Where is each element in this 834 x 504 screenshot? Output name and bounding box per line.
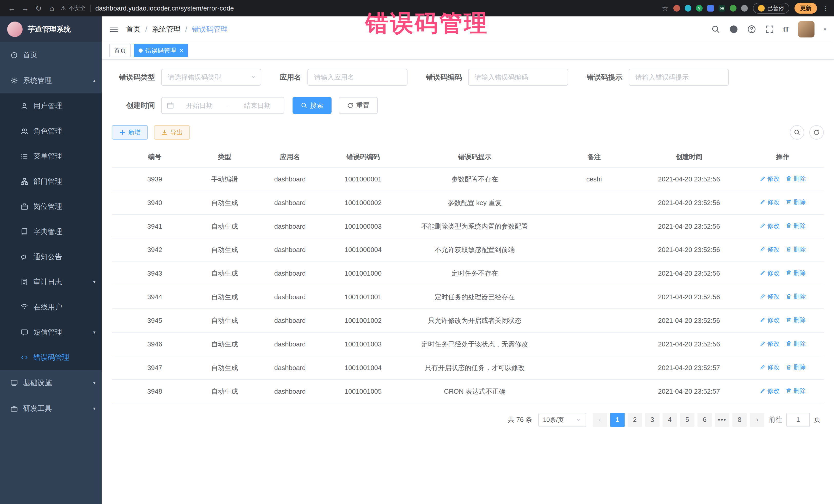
- page-button-2[interactable]: 2: [628, 413, 642, 427]
- hamburger-icon[interactable]: [109, 25, 118, 34]
- fullscreen-icon[interactable]: [765, 25, 774, 34]
- help-icon[interactable]: [747, 25, 756, 34]
- delete-button[interactable]: 删除: [786, 221, 806, 231]
- paused-badge[interactable]: 已暂停: [753, 3, 789, 14]
- vue-devtools-extension-icon[interactable]: V: [696, 5, 703, 12]
- date-separator: -: [225, 102, 232, 110]
- reset-button[interactable]: 重置: [339, 97, 378, 114]
- error-msg-field[interactable]: [629, 69, 729, 86]
- screen: ← → ↻ ⌂ ⚠ 不安全 dashboard.yudao.iocoder.cn…: [0, 0, 834, 504]
- sidebar-item-menu[interactable]: 菜单管理: [0, 144, 102, 169]
- next-page-button[interactable]: ›: [750, 413, 764, 427]
- delete-button[interactable]: 删除: [786, 339, 806, 348]
- sidebar-item-infra[interactable]: 基础设施▾: [0, 370, 102, 396]
- edit-button[interactable]: 修改: [760, 339, 780, 348]
- delete-button[interactable]: 删除: [786, 174, 806, 183]
- edit-button[interactable]: 修改: [760, 386, 780, 395]
- delete-button[interactable]: 删除: [786, 315, 806, 325]
- edit-button[interactable]: 修改: [760, 221, 780, 231]
- breadcrumb-current: 错误码管理: [192, 24, 228, 34]
- close-icon[interactable]: ×: [180, 47, 183, 54]
- error-type-select[interactable]: [161, 69, 261, 86]
- drop-extension-icon[interactable]: [685, 5, 691, 12]
- edit-button[interactable]: 修改: [760, 174, 780, 183]
- url-text[interactable]: dashboard.yudao.iocoder.cn/system/error-…: [95, 5, 234, 12]
- page-button-3[interactable]: 3: [645, 413, 659, 427]
- search-icon[interactable]: [711, 25, 720, 34]
- export-button[interactable]: 导出: [154, 125, 190, 139]
- edit-button[interactable]: 修改: [760, 363, 780, 372]
- edit-button[interactable]: 修改: [760, 245, 780, 254]
- grid-extension-icon[interactable]: [707, 5, 714, 12]
- sidebar-item-user[interactable]: 用户管理: [0, 93, 102, 118]
- browser-menu-icon[interactable]: ⋮: [822, 4, 829, 12]
- edit-button[interactable]: 修改: [760, 197, 780, 207]
- error-type-select-input[interactable]: [161, 69, 261, 86]
- errcode-icon: [21, 354, 28, 361]
- toggle-search-button[interactable]: [790, 125, 804, 139]
- forward-icon[interactable]: →: [19, 4, 32, 13]
- user-avatar[interactable]: [798, 21, 814, 38]
- caret-down-icon[interactable]: ▾: [824, 26, 826, 32]
- page-button-8[interactable]: 8: [732, 413, 747, 427]
- delete-button[interactable]: 删除: [786, 245, 806, 254]
- back-icon[interactable]: ←: [5, 4, 19, 13]
- breadcrumb-system[interactable]: 系统管理: [152, 24, 181, 34]
- search-button[interactable]: 搜索: [292, 97, 332, 114]
- error-code-field[interactable]: [468, 69, 568, 86]
- error-code-input[interactable]: [468, 69, 568, 86]
- sidebar-item-home[interactable]: 首页: [0, 42, 102, 68]
- delete-button[interactable]: 删除: [786, 363, 806, 372]
- sidebar-item-notice[interactable]: 通知公告: [0, 244, 102, 269]
- date-range-picker[interactable]: 开始日期 - 结束日期: [161, 97, 284, 114]
- leaf-extension-icon[interactable]: [730, 5, 737, 12]
- sidebar-item-devtools[interactable]: 研发工具▾: [0, 396, 102, 421]
- edit-button[interactable]: 修改: [760, 315, 780, 325]
- prev-page-button[interactable]: ‹: [593, 413, 607, 427]
- adblock-extension-icon[interactable]: [673, 5, 680, 12]
- font-size-icon[interactable]: tT: [783, 25, 789, 34]
- add-button[interactable]: 新增: [112, 125, 148, 139]
- on-extension-icon[interactable]: on: [719, 5, 725, 12]
- refresh-table-button[interactable]: [809, 125, 824, 139]
- sidebar-item-dict[interactable]: 字典管理: [0, 219, 102, 244]
- reload-icon[interactable]: ↻: [32, 4, 45, 13]
- app-title: 芋道管理系统: [28, 24, 71, 34]
- edit-button[interactable]: 修改: [760, 291, 780, 301]
- sidebar-item-sms[interactable]: 短信管理▾: [0, 320, 102, 345]
- extensions-row: Von: [673, 5, 748, 12]
- app-name-field[interactable]: [307, 69, 408, 86]
- app-name-input[interactable]: [307, 69, 408, 86]
- delete-button[interactable]: 删除: [786, 386, 806, 395]
- page-button-1[interactable]: 1: [610, 413, 624, 427]
- page-button-6[interactable]: 6: [698, 413, 712, 427]
- page-button-5[interactable]: 5: [680, 413, 695, 427]
- home-icon[interactable]: ⌂: [45, 4, 59, 13]
- page-size-select[interactable]: 10条/页: [539, 413, 586, 427]
- bookmark-star-icon[interactable]: ☆: [662, 4, 668, 13]
- cell-time: 2021-04-20 23:52:56: [636, 262, 742, 285]
- not-secure-label[interactable]: ⚠ 不安全: [61, 4, 86, 12]
- sidebar-item-role[interactable]: 角色管理: [0, 118, 102, 144]
- sidebar-item-system[interactable]: 系统管理▴: [0, 68, 102, 93]
- sidebar-item-audit-log[interactable]: 审计日志▾: [0, 269, 102, 294]
- sidebar-item-dept[interactable]: 部门管理: [0, 169, 102, 194]
- page-button-4[interactable]: 4: [663, 413, 677, 427]
- goto-page-input[interactable]: [786, 413, 810, 427]
- tag-home[interactable]: 首页: [109, 44, 131, 57]
- github-icon[interactable]: [729, 25, 738, 34]
- tag-error-code[interactable]: 错误码管理 ×: [134, 44, 188, 57]
- delete-button[interactable]: 删除: [786, 268, 806, 278]
- address-bar[interactable]: ⚠ 不安全 dashboard.yudao.iocoder.cn/system/…: [61, 4, 234, 12]
- chrome-update-button[interactable]: 更新: [794, 3, 817, 14]
- sidebar-item-post[interactable]: 岗位管理: [0, 194, 102, 219]
- delete-button[interactable]: 删除: [786, 291, 806, 301]
- error-msg-input[interactable]: [629, 69, 729, 86]
- page-more-button[interactable]: •••: [715, 413, 729, 427]
- edit-button[interactable]: 修改: [760, 268, 780, 278]
- puzzle-extension-icon[interactable]: [741, 5, 748, 12]
- delete-button[interactable]: 删除: [786, 197, 806, 207]
- breadcrumb-home[interactable]: 首页: [126, 24, 140, 34]
- sidebar-item-online-user[interactable]: 在线用户: [0, 294, 102, 320]
- sidebar-item-error-code[interactable]: 错误码管理: [0, 345, 102, 370]
